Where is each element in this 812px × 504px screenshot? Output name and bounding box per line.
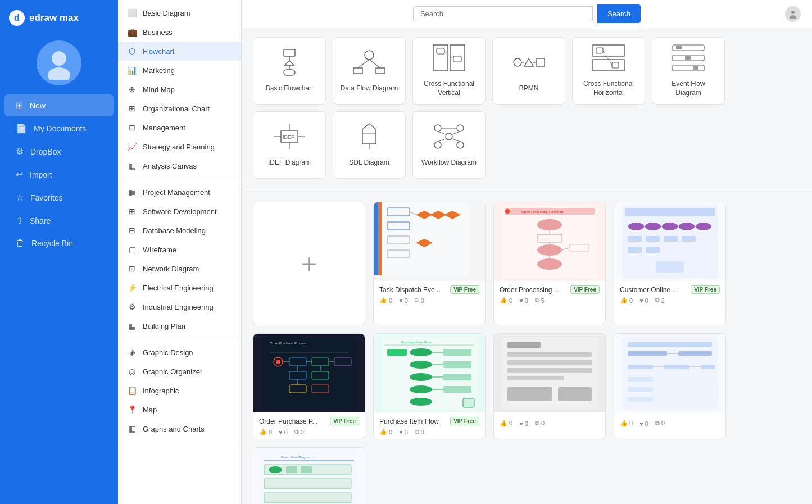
svg-rect-13	[376, 68, 385, 74]
category-item-graphs-and-charts[interactable]: ▦ Graphs and Charts	[118, 419, 241, 438]
search-input[interactable]	[420, 10, 586, 18]
template-stats-op: 👍 0 ♥ 0 ⧉ 5	[500, 297, 600, 304]
stat-likes-8: 👍 0	[620, 420, 633, 427]
svg-rect-140	[507, 376, 564, 380]
svg-point-86	[679, 223, 695, 230]
svg-point-2	[791, 11, 795, 14]
template-title-row-op: Order Processing ... VIP Free	[500, 285, 600, 294]
svg-line-28	[603, 51, 612, 65]
cross-functional-horizontal-icon	[592, 44, 625, 75]
project-mgmt-icon: ▦	[127, 188, 137, 197]
category-item-management[interactable]: ⊟ Management	[118, 118, 241, 137]
category-item-graphic-design[interactable]: ◈ Graphic Design	[118, 343, 241, 362]
stat-hearts-op: ♥ 0	[519, 297, 528, 304]
svg-rect-4	[284, 49, 295, 56]
svg-rect-128	[443, 374, 471, 380]
share-icon: ⇧	[16, 215, 23, 226]
category-item-software-development[interactable]: ⊞ Software Development	[118, 202, 241, 221]
stat-hearts-8: ♥ 0	[639, 420, 648, 427]
sidebar-item-label-favorites: Favorites	[30, 193, 63, 202]
workflow-icon	[432, 122, 466, 154]
template-badge-pif: VIP Free	[450, 417, 479, 425]
category-item-analysis-canvas[interactable]: ▦ Analysis Canvas	[118, 156, 241, 175]
svg-text:Order Processing Flowchart: Order Processing Flowchart	[521, 210, 564, 214]
category-item-basic-diagram[interactable]: ⬜ Basic Diagram	[118, 3, 241, 22]
sidebar-item-share[interactable]: ⇧ Share	[4, 210, 114, 231]
category-item-map[interactable]: 📍 Map	[118, 400, 241, 419]
sidebar-item-recycle-bin[interactable]: 🗑 Recycle Bin	[4, 233, 114, 254]
svg-rect-27	[612, 62, 619, 68]
template-thumb-8	[614, 334, 725, 412]
category-item-graphic-organizer[interactable]: ◎ Graphic Organizer	[118, 362, 241, 381]
template-card-order-purchase[interactable]: Order Purchase Process	[253, 333, 365, 439]
stat-likes-co: 👍 0	[620, 297, 633, 304]
event-flow-icon	[672, 44, 705, 75]
category-item-building-plan[interactable]: ▦ Building Plan	[118, 316, 241, 335]
category-item-mind-map[interactable]: ⊕ Mind Map	[118, 80, 241, 99]
basic-flowchart-label: Basic Flowchart	[266, 84, 314, 93]
user-avatar-icon	[788, 9, 798, 19]
svg-point-47	[457, 142, 464, 148]
management-icon: ⊟	[127, 123, 137, 132]
template-card-new[interactable]: +	[253, 202, 365, 325]
category-item-strategy-and-planning[interactable]: 📈 Strategy and Planning	[118, 137, 241, 156]
diagram-type-cross-functional-horizontal[interactable]: Cross Functional Horizontal	[572, 37, 645, 105]
category-section-3: ◈ Graphic Design ◎ Graphic Organizer 📋 I…	[118, 339, 241, 442]
stat-copies-pif: ⧉ 0	[415, 428, 424, 435]
stat-likes-7: 👍 0	[500, 420, 512, 427]
diagram-type-event-flow[interactable]: Event Flow Diagram	[652, 37, 725, 105]
category-item-flowchart[interactable]: ⬡ Flowchart	[118, 42, 241, 61]
sidebar-item-favorites[interactable]: ☆ Favorites	[4, 187, 114, 208]
svg-line-18	[444, 51, 453, 59]
diagram-type-sdl[interactable]: SDL Diagram	[333, 111, 406, 179]
template-card-event-flow[interactable]: Event Flow Diagram	[253, 447, 365, 504]
sidebar-item-dropbox[interactable]: ⚙ DropBox	[4, 140, 114, 162]
sidebar-item-my-documents[interactable]: 📄 My Documents	[4, 117, 114, 139]
category-item-infographic[interactable]: 📋 Infographic	[118, 381, 241, 400]
category-item-wireframe[interactable]: ▢ Wireframe	[118, 240, 241, 259]
diagram-type-data-flow[interactable]: Data Flow Diagram	[333, 37, 406, 105]
template-title-task-dispatch: Task Dispatch Eve...	[379, 286, 448, 294]
template-info-7: 👍 0 ♥ 0 ⧉ 0	[494, 412, 605, 430]
category-item-organizational-chart[interactable]: ⊞ Organizational Chart	[118, 99, 241, 118]
avatar[interactable]	[37, 40, 81, 85]
diagram-types-grid: Basic Flowchart Data Flow Diagram	[253, 37, 801, 179]
template-card-8[interactable]: 👍 0 ♥ 0 ⧉ 0	[614, 333, 726, 439]
category-item-business[interactable]: 💼 Business	[118, 22, 241, 42]
svg-line-10	[358, 60, 369, 68]
diagram-type-workflow[interactable]: Workflow Diagram	[412, 111, 486, 179]
category-item-marketing[interactable]: 📊 Marketing	[118, 61, 241, 80]
category-item-database-modeling[interactable]: ⊟ Database Modeling	[118, 221, 241, 240]
diagram-type-cross-functional-vertical[interactable]: Cross Functional Vertical	[412, 37, 486, 105]
category-label-industrial-engineering: Industrial Engineering	[143, 303, 214, 311]
sidebar-item-new[interactable]: ⊞ New	[4, 94, 114, 116]
header-user-icon[interactable]	[785, 6, 801, 22]
template-card-purchase-item-flow[interactable]: Purchase Item Flow	[373, 333, 486, 439]
svg-point-124	[410, 385, 432, 393]
template-stats-8: 👍 0 ♥ 0 ⧉ 0	[620, 420, 720, 427]
sidebar-item-import[interactable]: ↩ Import	[4, 164, 114, 185]
search-button[interactable]: Search	[597, 4, 641, 23]
template-card-7[interactable]: 👍 0 ♥ 0 ⧉ 0	[493, 333, 606, 439]
data-flow-icon	[352, 48, 386, 80]
diagram-type-basic-flowchart[interactable]: Basic Flowchart	[253, 37, 326, 105]
diagram-type-idef[interactable]: IDEF IDEF Diagram	[253, 111, 326, 179]
svg-rect-32	[676, 46, 682, 49]
svg-rect-93	[646, 236, 660, 242]
category-panel: ⬜ Basic Diagram 💼 Business ⬡ Flowchart 📊…	[118, 0, 242, 504]
svg-rect-148	[628, 365, 653, 369]
template-card-order-processing[interactable]: Order Processing Flowchart	[493, 202, 606, 325]
category-item-electrical-engineering[interactable]: ⚡ Electrical Engineering	[118, 278, 241, 297]
template-card-task-dispatch[interactable]: Task Dispatch Eve... VIP Free 👍 0 ♥ 0 ⧉ …	[373, 202, 486, 325]
electrical-icon: ⚡	[127, 283, 137, 292]
sdl-label: SDL Diagram	[349, 158, 389, 167]
category-item-industrial-engineering[interactable]: ⚙ Industrial Engineering	[118, 297, 241, 316]
stat-copies-7: ⧉ 0	[535, 420, 545, 427]
svg-point-84	[645, 223, 661, 230]
diagram-type-bpmn[interactable]: BPMN	[492, 37, 565, 105]
category-item-project-management[interactable]: ▦ Project Management	[118, 183, 241, 202]
search-input-wrapper	[413, 6, 593, 21]
category-item-network-diagram[interactable]: ⊡ Network Diagram	[118, 259, 241, 278]
template-card-customer-online[interactable]: Customer Online ... VIP Free 👍 0 ♥ 0 ⧉ 2	[614, 202, 726, 325]
infographic-icon: 📋	[127, 386, 137, 395]
